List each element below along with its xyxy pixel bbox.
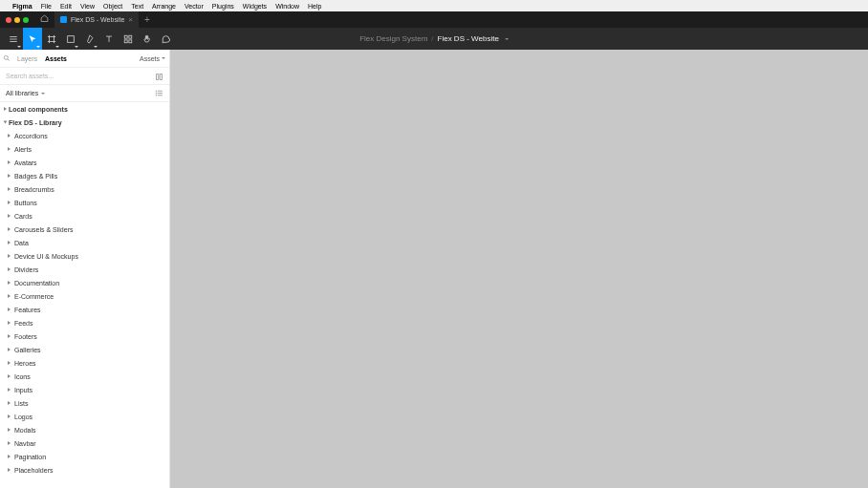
chevron-down-icon — [162, 57, 165, 59]
caret-right-icon — [8, 134, 11, 138]
text-tool[interactable] — [99, 28, 119, 50]
tree-item-label: Alerts — [12, 146, 32, 153]
caret-right-icon — [8, 214, 11, 218]
menu-plugins[interactable]: Plugins — [212, 3, 234, 10]
search-icon[interactable] — [0, 54, 13, 62]
tree-item[interactable]: Modals — [0, 423, 169, 436]
menu-view[interactable]: View — [80, 3, 95, 10]
svg-point-21 — [156, 95, 157, 95]
breadcrumb[interactable]: Flex Design System / Flex DS - Website — [359, 34, 509, 43]
menu-widgets[interactable]: Widgets — [243, 3, 267, 10]
hand-tool[interactable] — [138, 28, 157, 50]
tree-item[interactable]: Navbar — [0, 436, 169, 450]
tree-item[interactable]: Feeds — [0, 316, 169, 329]
library-filter-label: All libraries — [6, 90, 38, 96]
menu-arrange[interactable]: Arrange — [152, 3, 176, 10]
zoom-window-icon[interactable] — [23, 17, 29, 23]
frame-tool[interactable] — [42, 28, 61, 50]
tree-item[interactable]: Dividers — [0, 263, 169, 276]
menu-edit[interactable]: Edit — [60, 3, 72, 10]
canvas-area[interactable] — [170, 50, 868, 488]
menu-object[interactable]: Object — [103, 3, 122, 10]
left-panel: Layers Assets Assets All libraries Local… — [0, 50, 170, 488]
menu-vector[interactable]: Vector — [184, 3, 204, 10]
comment-tool[interactable] — [157, 28, 176, 50]
tree-item-label: E-Commerce — [12, 293, 54, 300]
tree-item[interactable]: Icons — [0, 370, 169, 383]
tree-item[interactable]: Alerts — [0, 142, 169, 156]
breadcrumb-parent[interactable]: Flex Design System — [359, 34, 427, 43]
menu-text[interactable]: Text — [131, 3, 143, 10]
caret-right-icon — [8, 254, 11, 258]
tree-item[interactable]: Placeholders — [0, 463, 169, 477]
tree-item[interactable]: Carousels & Sliders — [0, 223, 169, 236]
document-tab[interactable]: Flex DS - Website × — [54, 11, 139, 28]
caret-right-icon — [8, 241, 11, 244]
tree-item[interactable]: Logos — [0, 410, 169, 423]
page-selector[interactable]: Assets — [136, 55, 169, 62]
tree-item[interactable]: Galleries — [0, 343, 169, 356]
tree-item[interactable]: Data — [0, 236, 169, 249]
tree-item-label: Logos — [12, 414, 33, 420]
tree-item[interactable]: Accordions — [0, 129, 169, 142]
caret-right-icon — [8, 455, 11, 458]
menu-file[interactable]: File — [41, 3, 52, 10]
tree-item[interactable]: Buttons — [0, 196, 169, 209]
tree-item[interactable]: E-Commerce — [0, 289, 169, 303]
tree-item[interactable]: Features — [0, 303, 169, 316]
tree-item-label: Carousels & Sliders — [12, 226, 73, 233]
tree-item[interactable]: Cards — [0, 209, 169, 223]
minimize-window-icon[interactable] — [14, 17, 20, 23]
tree-item[interactable]: Badges & Pills — [0, 169, 169, 182]
tree-item[interactable]: Lists — [0, 396, 169, 410]
tab-assets[interactable]: Assets — [41, 55, 71, 62]
close-tab-icon[interactable]: × — [128, 15, 133, 24]
tree-item-label: Lists — [12, 400, 28, 407]
tree-item[interactable]: Device UI & Mockups — [0, 249, 169, 263]
menu-window[interactable]: Window — [275, 3, 299, 10]
tree-item[interactable]: Avatars — [0, 156, 169, 169]
move-tool[interactable] — [23, 28, 42, 50]
tree-item[interactable]: Inputs — [0, 383, 169, 396]
resources-tool[interactable] — [119, 28, 138, 50]
chevron-down-icon[interactable] — [505, 38, 509, 40]
main-menu-button[interactable] — [4, 28, 23, 50]
app-name[interactable]: Figma — [12, 3, 33, 10]
tree-item-label: Heroes — [12, 360, 36, 367]
tree-item-label: Icons — [12, 373, 31, 380]
chevron-down-icon — [41, 93, 45, 95]
home-icon[interactable] — [34, 14, 54, 25]
caret-right-icon — [8, 308, 11, 311]
library-icon[interactable] — [155, 68, 163, 85]
caret-right-icon — [8, 201, 11, 204]
tree-item[interactable]: Heroes — [0, 356, 169, 370]
caret-right-icon — [8, 428, 11, 432]
tree-item[interactable]: Pagination — [0, 450, 169, 463]
tree-item[interactable]: Footers — [0, 329, 169, 343]
breadcrumb-current[interactable]: Flex DS - Website — [438, 34, 499, 43]
window-controls[interactable] — [0, 17, 34, 23]
shape-tool[interactable] — [61, 28, 80, 50]
caret-right-icon — [8, 160, 11, 164]
tree-item-label: Feeds — [12, 320, 33, 327]
tree-item-label: Cards — [12, 213, 33, 220]
pen-tool[interactable] — [80, 28, 99, 50]
asset-search — [0, 68, 169, 85]
tree-section[interactable]: Local components — [0, 102, 169, 116]
tree-item-label: Features — [12, 307, 41, 313]
caret-right-icon — [8, 334, 11, 338]
tree-section[interactable]: Flex DS - Library — [0, 116, 169, 129]
close-window-icon[interactable] — [6, 17, 11, 23]
tree-item[interactable]: Documentation — [0, 276, 169, 289]
menu-help[interactable]: Help — [308, 3, 321, 10]
library-filter[interactable]: All libraries — [0, 85, 169, 102]
caret-right-icon — [8, 227, 11, 231]
new-tab-button[interactable]: + — [139, 14, 156, 25]
tree-item[interactable]: Breadcrumbs — [0, 182, 169, 196]
tab-layers[interactable]: Layers — [13, 55, 41, 62]
tree-section-label: Flex DS - Library — [9, 119, 62, 126]
list-view-icon[interactable] — [155, 89, 163, 98]
caret-right-icon — [8, 388, 11, 392]
svg-rect-12 — [124, 39, 127, 42]
search-input[interactable] — [6, 73, 155, 79]
